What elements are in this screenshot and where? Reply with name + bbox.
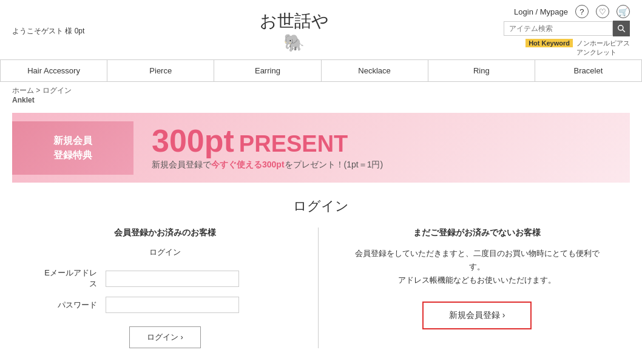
search-button[interactable]: [613, 21, 630, 36]
password-input[interactable]: [106, 297, 239, 313]
login-button[interactable]: ログイン ›: [129, 326, 201, 348]
banner-description: 新規会員登録で今すぐ使える300ptをプレゼント！(1pt＝1円): [152, 160, 383, 170]
banner-left-line2: 登録特典: [29, 148, 117, 163]
email-row: Eメールアドレス: [36, 264, 294, 293]
hot-keyword-link-1[interactable]: ノンホールピアス: [576, 39, 630, 48]
logo-area: お世話や 🐘: [260, 10, 329, 53]
logo-elephant: 🐘: [260, 33, 329, 53]
banner-left-text: 新規会員 登録特典: [12, 121, 133, 175]
promo-banner: 新規会員 登録特典 300pt PRESENT 新規会員登録で今すぐ使える300…: [12, 113, 630, 183]
top-bar-right: Login / Mypage ? ♡ 🛒 Hot Keyword ノンホールピア…: [504, 5, 630, 57]
top-icons: Login / Mypage ? ♡ 🛒: [514, 5, 630, 18]
help-icon[interactable]: ?: [575, 5, 589, 18]
register-desc-2: す。: [469, 262, 485, 271]
password-label: パスワード: [36, 293, 103, 317]
banner-top-line: 300pt PRESENT: [152, 125, 383, 157]
nav-item-pierce[interactable]: Pierce: [107, 60, 214, 81]
logo-text: お世話や: [260, 10, 329, 33]
nav-item-necklace[interactable]: Necklace: [322, 60, 428, 81]
banner-right-content: 300pt PRESENT 新規会員登録で今すぐ使える300ptをプレゼント！(…: [133, 113, 401, 183]
banner-desc-emphasis: 今すぐ使える300pt: [211, 160, 285, 169]
banner-left-line1: 新規会員: [29, 133, 117, 148]
breadcrumb-sub: Anklet: [12, 96, 630, 104]
login-mypage-link[interactable]: Login / Mypage: [514, 7, 568, 16]
banner-desc-prefix: 新規会員登録で: [152, 160, 211, 169]
email-input[interactable]: [106, 271, 239, 287]
register-desc-1: 会員登録をしていただきますと、二度目のお買い物時にとても便利で: [355, 249, 600, 258]
breadcrumb-current[interactable]: ログイン: [42, 86, 72, 95]
banner-present-text: PRESENT: [239, 131, 348, 157]
nav-item-hair-accessory[interactable]: Hair Accessory: [0, 60, 107, 81]
login-btn-row: ログイン ›: [36, 326, 294, 348]
svg-point-0: [618, 25, 623, 30]
password-row: パスワード: [36, 293, 294, 317]
breadcrumb-separator: >: [34, 86, 42, 95]
breadcrumb-home[interactable]: ホーム: [12, 86, 34, 95]
breadcrumb: ホーム > ログイン Anklet: [0, 82, 642, 108]
banner-desc-suffix: をプレゼント！(1pt＝1円): [285, 160, 384, 169]
register-description: 会員登録をしていただきますと、二度目のお買い物時にとても便利で す。 アドレス帳…: [349, 247, 606, 287]
login-section: 会員登録かお済みのお客様 ログイン Eメールアドレス パスワード ログイン › …: [0, 228, 642, 348]
login-left-title: 会員登録かお済みのお客様: [36, 228, 294, 238]
search-input[interactable]: [504, 21, 613, 36]
search-icon: [617, 24, 626, 33]
register-btn-row: 新規会員登録 ›: [349, 302, 606, 329]
hot-keyword-label: Hot Keyword: [525, 39, 573, 47]
svg-line-1: [623, 30, 625, 32]
login-right-panel: まだご登録がお済みでないお客様 会員登録をしていただきますと、二度目のお買い物時…: [319, 228, 606, 348]
login-subtitle: ログイン: [36, 247, 294, 258]
hot-keyword-link-2[interactable]: アンクレット: [576, 48, 630, 57]
banner-pt-number: 300pt: [152, 125, 234, 157]
heart-icon[interactable]: ♡: [596, 5, 609, 18]
top-bar: ようこそゲスト 様 0pt お世話や 🐘 Login / Mypage ? ♡ …: [0, 0, 642, 59]
nav-item-ring[interactable]: Ring: [428, 60, 535, 81]
hot-keyword-links: ノンホールピアス アンクレット: [576, 39, 630, 57]
hot-keyword-row: Hot Keyword ノンホールピアス アンクレット: [525, 39, 630, 57]
register-button[interactable]: 新規会員登録 ›: [422, 302, 532, 329]
register-title: まだご登録がお済みでないお客様: [349, 228, 606, 238]
login-form-table: Eメールアドレス パスワード: [36, 264, 294, 317]
page-title: ログイン: [0, 197, 642, 215]
main-nav: Hair Accessory Pierce Earring Necklace R…: [0, 59, 642, 82]
nav-item-bracelet[interactable]: Bracelet: [535, 60, 642, 81]
welcome-text: ようこそゲスト 様 0pt: [12, 26, 84, 36]
email-label: Eメールアドレス: [36, 264, 103, 293]
register-desc-3: アドレス帳機能などもお使いいただけます。: [398, 275, 556, 285]
login-left-panel: 会員登録かお済みのお客様 ログイン Eメールアドレス パスワード ログイン ›: [36, 228, 319, 348]
nav-item-earring[interactable]: Earring: [214, 60, 321, 81]
search-row: [504, 21, 630, 36]
cart-icon[interactable]: 🛒: [617, 5, 630, 18]
